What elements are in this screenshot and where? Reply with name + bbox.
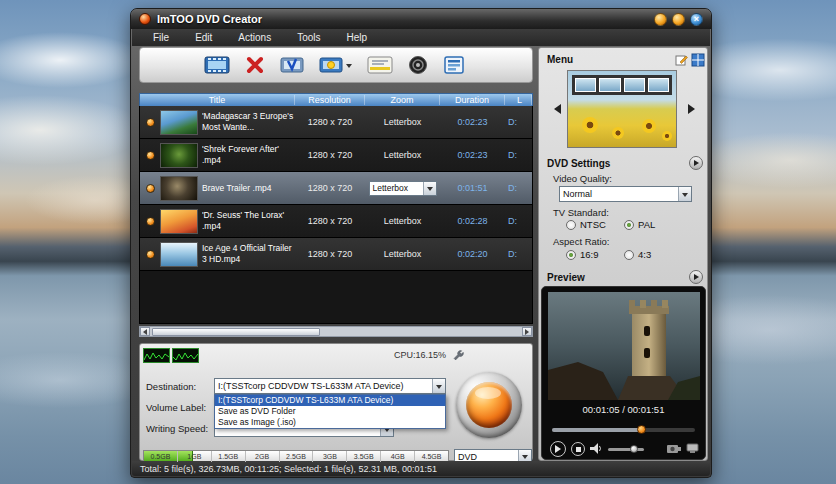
close-button[interactable]: × (690, 13, 703, 26)
output-panel: CPU:16.15% Destination: Volume Label: Wr… (139, 343, 533, 461)
speaker-icon[interactable] (590, 440, 603, 458)
video-thumbnail (160, 176, 198, 201)
dvd-settings-expand-button[interactable] (689, 156, 703, 170)
table-row[interactable]: 'Madagascar 3 Europe's Most Wante... 128… (140, 106, 532, 139)
radio-4-3[interactable]: 4:3 (624, 249, 651, 260)
video-thumbnail (160, 242, 198, 267)
table-row[interactable]: Ice Age 4 Official Trailer 3 HD.mp4 1280… (140, 238, 532, 271)
video-status-icon (140, 217, 160, 226)
waveform-meter-icon (172, 348, 199, 363)
video-thumbnail (160, 110, 198, 135)
radio-icon (566, 220, 576, 230)
column-resolution[interactable]: Resolution (295, 95, 365, 105)
destination-dropdown-list: I:(TSSTcorp CDDVDW TS-L633M ATA Device) … (214, 394, 446, 429)
effects-icon (319, 55, 343, 75)
menu-actions[interactable]: Actions (225, 32, 284, 43)
destination-select[interactable]: I:(TSSTcorp CDDVDW TS-L633M ATA Device) (214, 378, 446, 394)
menu-tools[interactable]: Tools (284, 32, 333, 43)
tv-standard-label: TV Standard: (553, 207, 609, 218)
menu-editor-button[interactable] (443, 55, 465, 75)
menu-section-title: Menu (547, 54, 573, 65)
menu-next-button[interactable] (688, 104, 700, 114)
destination-label: Destination: (146, 381, 196, 392)
preview-video (548, 292, 700, 400)
volume-slider[interactable] (608, 448, 644, 451)
column-language[interactable]: L (505, 95, 532, 105)
video-status-icon (140, 250, 160, 259)
seek-progress (552, 428, 641, 432)
chevron-down-icon[interactable] (346, 64, 352, 71)
settings-panel: Menu DVD Settings Video Quality: Normal (538, 47, 708, 461)
desktop-background: ImTOO DVD Creator × File Edit Actions To… (0, 0, 836, 484)
video-status-icon (140, 118, 160, 127)
play-button[interactable] (550, 441, 566, 457)
capture-device-icon[interactable] (686, 440, 699, 458)
seek-thumb[interactable] (637, 425, 646, 434)
scroll-right-arrow[interactable] (522, 327, 532, 336)
horizontal-scrollbar[interactable] (139, 326, 533, 337)
chevron-down-icon[interactable] (432, 379, 445, 393)
menu-template-icon[interactable] (691, 53, 705, 67)
delete-button[interactable] (245, 55, 265, 75)
seek-slider[interactable] (552, 428, 695, 432)
minimize-button[interactable] (654, 13, 667, 26)
column-zoom[interactable]: Zoom (365, 95, 440, 105)
dvd-settings-title: DVD Settings (547, 158, 610, 169)
video-status-icon (140, 184, 160, 193)
radio-16-9[interactable]: 16:9 (566, 249, 599, 260)
chevron-down-icon[interactable] (423, 182, 436, 195)
playback-time: 00:01:05 / 00:01:51 (542, 404, 705, 415)
column-title[interactable]: Title (140, 95, 295, 105)
subtitle-icon (367, 55, 393, 75)
app-window: ImTOO DVD Creator × File Edit Actions To… (130, 8, 712, 478)
preview-expand-button[interactable] (689, 270, 703, 284)
destination-option[interactable]: Save as DVD Folder (215, 406, 445, 417)
radio-pal[interactable]: PAL (624, 219, 655, 230)
subtitle-button[interactable] (367, 55, 393, 75)
video-quality-select[interactable]: Normal (559, 186, 692, 202)
stop-button[interactable] (571, 442, 585, 456)
chevron-down-icon[interactable] (678, 187, 691, 201)
radio-ntsc[interactable]: NTSC (566, 219, 606, 230)
clip-icon (280, 55, 304, 75)
effects-button[interactable] (319, 55, 352, 75)
menu-help[interactable]: Help (334, 32, 381, 43)
maximize-button[interactable] (672, 13, 685, 26)
table-row-selected[interactable]: Brave Trailer .mp4 1280 x 720 Letterbox … (140, 172, 532, 205)
video-quality-label: Video Quality: (553, 173, 612, 184)
audio-button[interactable] (408, 55, 428, 75)
edit-menu-icon[interactable] (675, 53, 689, 67)
scrollbar-thumb[interactable] (152, 328, 320, 336)
title-bar[interactable]: ImTOO DVD Creator × (131, 9, 711, 29)
menu-prev-button[interactable] (549, 104, 561, 114)
disc-capacity-meter: 0.5GB 1GB 1.5GB 2GB 2.5GB 3GB 3.5GB 4GB … (143, 450, 449, 463)
zoom-select[interactable]: Letterbox (369, 181, 437, 196)
status-bar: Total: 5 file(s), 326.73MB, 00:11:25; Se… (132, 461, 710, 476)
video-status-icon (140, 151, 160, 160)
table-row[interactable]: 'Dr. Seuss' The Lorax' .mp4 1280 x 720 L… (140, 205, 532, 238)
radio-icon (624, 220, 634, 230)
cpu-usage: CPU:16.15% (394, 350, 446, 360)
menu-edit[interactable]: Edit (182, 32, 225, 43)
sunflower-icon (612, 127, 624, 139)
table-header: Title Resolution Zoom Duration L (139, 93, 533, 106)
column-duration[interactable]: Duration (440, 95, 505, 105)
add-video-button[interactable] (204, 55, 230, 75)
sunflower-icon (582, 117, 598, 133)
volume-thumb[interactable] (630, 445, 638, 453)
menu-template-preview[interactable] (567, 70, 677, 148)
menu-file[interactable]: File (140, 32, 182, 43)
burn-button[interactable] (456, 372, 522, 438)
menu-bar: File Edit Actions Tools Help (132, 29, 710, 46)
snapshot-icon[interactable] (667, 440, 681, 458)
volume-label: Volume Label: (146, 402, 206, 413)
table-row[interactable]: 'Shrek Forever After' .mp4 1280 x 720 Le… (140, 139, 532, 172)
clip-button[interactable] (280, 55, 304, 75)
sunflower-icon (662, 131, 672, 141)
file-list: 'Madagascar 3 Europe's Most Wante... 128… (139, 106, 533, 324)
destination-option[interactable]: Save as Image (.iso) (215, 417, 445, 428)
destination-option-selected[interactable]: I:(TSSTcorp CDDVDW TS-L633M ATA Device) (215, 395, 445, 406)
wrench-icon[interactable] (452, 348, 465, 366)
scroll-left-arrow[interactable] (140, 327, 150, 336)
menu-list-icon (443, 55, 465, 75)
